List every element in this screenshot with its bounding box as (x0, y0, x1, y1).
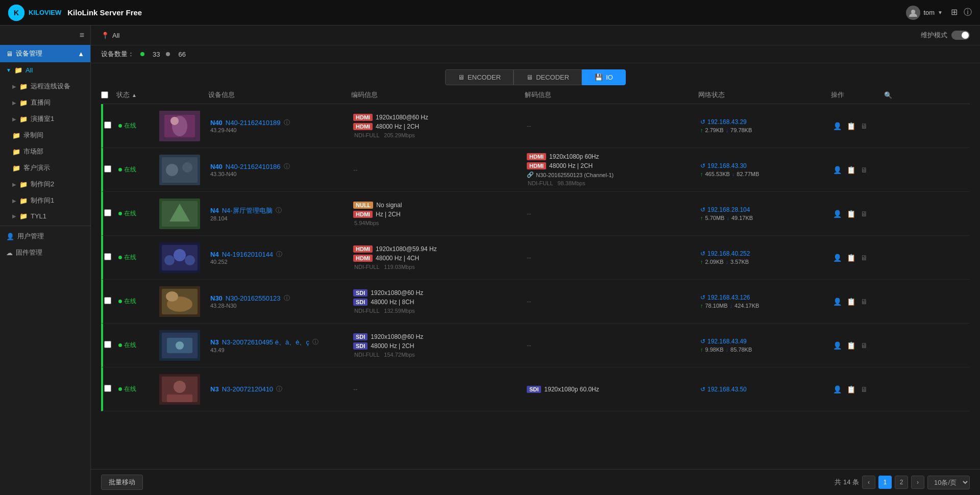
row2-action-user[interactable]: 👤 (833, 166, 842, 174)
user-dropdown-icon[interactable]: ▼ (938, 10, 943, 15)
help-icon[interactable]: ⓘ (964, 7, 972, 18)
row6-info-icon[interactable]: ⓘ (312, 338, 318, 346)
user-area[interactable]: tom ▼ (906, 6, 943, 20)
row5-model[interactable]: N30 (210, 294, 223, 302)
sort-icon[interactable]: ▲ (132, 92, 137, 98)
row4-checkbox[interactable] (104, 253, 111, 260)
row6-device-sub: 43.49 (210, 347, 353, 353)
row6-action-copy[interactable]: 📋 (847, 341, 855, 350)
sidebar-menu-icon[interactable]: ≡ (80, 31, 84, 40)
row6-action-screen[interactable]: 🖥 (861, 341, 868, 350)
sidebar-item-prod1[interactable]: ▶ 📁 制作间1 (6, 192, 90, 209)
row5-device-name[interactable]: N30-20162550123 (226, 294, 281, 302)
action-screen-icon[interactable]: 🖥 (861, 122, 868, 130)
row2-info-icon[interactable]: ⓘ (284, 162, 290, 171)
row1-model[interactable]: N40 (210, 119, 223, 127)
sidebar-item-prod2[interactable]: ▶ 📁 制作间2 (6, 176, 90, 192)
row3-refresh-icon: ↺ (700, 206, 705, 213)
prev-page-button[interactable]: ‹ (862, 476, 875, 489)
tab-encoder[interactable]: 🖥 ENCODER (445, 69, 513, 85)
row2-device-name[interactable]: N40-21162410186 (226, 163, 281, 170)
row5-info-icon[interactable]: ⓘ (284, 294, 290, 303)
row3-checkbox[interactable] (104, 209, 111, 216)
row4-down-arrow: ↓ (726, 259, 729, 265)
row1-checkbox[interactable] (104, 121, 111, 129)
row2-checkbox[interactable] (104, 165, 111, 172)
row7-device-name[interactable]: N3-20072120410 (222, 385, 273, 393)
row6-up-arrow: ↑ (700, 346, 703, 353)
row4-action-screen[interactable]: 🖥 (861, 254, 868, 262)
row5-checkbox[interactable] (104, 297, 111, 304)
sidebar-item-remote[interactable]: ▶ 📁 远程连线设备 (6, 78, 90, 94)
sidebar-item-demo[interactable]: 📁 客户演示 (6, 160, 90, 176)
sidebar-item-studio1[interactable]: ▶ 📁 演播室1 (6, 111, 90, 127)
row6-device-name[interactable]: N3-20072610495 é、à、è、ç (222, 338, 309, 347)
sidebar-item-firmware-mgmt[interactable]: ☁ 固件管理 (0, 244, 90, 261)
fullscreen-icon[interactable]: ⊞ (951, 7, 958, 18)
tab-io[interactable]: 💾 IO (582, 69, 626, 85)
action-copy-icon[interactable]: 📋 (847, 122, 855, 130)
row3-action-screen[interactable]: 🖥 (861, 210, 868, 218)
row3-model[interactable]: N4 (210, 207, 219, 214)
page-size-select[interactable]: 10条/页 20条/页 50条/页 (927, 476, 970, 489)
row7-action-user[interactable]: 👤 (833, 385, 842, 393)
row4-enc-badge1: HDMI (353, 245, 373, 253)
row2-action-screen[interactable]: 🖥 (861, 166, 868, 174)
sidebar-item-market[interactable]: 📁 市场部 (6, 143, 90, 160)
row3-info-icon[interactable]: ⓘ (276, 206, 282, 215)
row2-model[interactable]: N40 (210, 163, 223, 170)
sidebar-item-all[interactable]: ▼ 📁 All (0, 62, 90, 78)
row6-enc-badge1: SDI (353, 333, 368, 340)
page-2-button[interactable]: 2 (895, 476, 908, 489)
row7-model[interactable]: N3 (210, 385, 219, 393)
row3-action-user[interactable]: 👤 (833, 210, 842, 218)
row7-checkbox[interactable] (104, 385, 111, 392)
row4-action-copy[interactable]: 📋 (847, 254, 855, 262)
row4-info-icon[interactable]: ⓘ (276, 250, 282, 259)
row2-checkbox-cell (103, 165, 118, 174)
bottombar: 批量移动 共 14 条 ‹ 1 2 › 10条/页 20条/页 50条/页 (91, 469, 980, 495)
row3-enc2: Hz | 2CH (376, 211, 400, 218)
sidebar-item-record[interactable]: 📁 录制间 (6, 127, 90, 143)
row5-action-user[interactable]: 👤 (833, 298, 842, 306)
action-user-icon[interactable]: 👤 (833, 122, 842, 130)
batch-move-button[interactable]: 批量移动 (101, 475, 143, 490)
row4-action-user[interactable]: 👤 (833, 254, 842, 262)
row3-action-copy[interactable]: 📋 (847, 210, 855, 218)
row6-status-label: 在线 (124, 341, 136, 350)
sidebar-item-user-mgmt[interactable]: 👤 用户管理 (0, 228, 90, 244)
user-mgmt-label: 用户管理 (17, 232, 44, 241)
row1-device-name[interactable]: N40-21162410189 (226, 119, 281, 127)
row1-info-icon[interactable]: ⓘ (284, 118, 290, 127)
row7-info-icon[interactable]: ⓘ (276, 385, 282, 393)
sidebar-item-device-mgmt[interactable]: 🖥 设备管理 ▲ (0, 45, 90, 62)
row7-action-screen[interactable]: 🖥 (861, 385, 868, 393)
row4-model[interactable]: N4 (210, 251, 219, 258)
row2-thumb (159, 155, 200, 185)
row6-enc1: 1920x1080@60 Hz (371, 333, 423, 340)
next-page-button[interactable]: › (911, 476, 924, 489)
studio1-label: 演播室1 (31, 114, 54, 123)
row2-action-copy[interactable]: 📋 (847, 166, 855, 174)
sidebar-item-live[interactable]: ▶ 📁 直播间 (6, 94, 90, 111)
row7-action-copy[interactable]: 📋 (847, 385, 855, 393)
row5-action-screen[interactable]: 🖥 (861, 298, 868, 306)
prod2-folder-icon: 📁 (19, 181, 28, 188)
row3-device-name[interactable]: N4-屏厅管理电脑 (222, 206, 273, 215)
row1-net-ip: 192.168.43.29 (707, 118, 747, 126)
maintenance-toggle[interactable] (951, 31, 970, 40)
row5-action-copy[interactable]: 📋 (847, 298, 855, 306)
table-search-icon[interactable]: 🔍 (884, 91, 892, 99)
page-1-button[interactable]: 1 (878, 476, 892, 489)
studio1-folder-icon: 📁 (19, 115, 28, 123)
row6-checkbox[interactable] (104, 341, 111, 348)
sidebar-item-tyl1[interactable]: ▶ 📁 TYL1 (6, 209, 90, 224)
row4-device-name[interactable]: N4-19162010144 (222, 251, 273, 258)
row6-model[interactable]: N3 (210, 338, 219, 346)
tab-decoder[interactable]: 🖥 DECODER (513, 69, 582, 85)
row6-action-user[interactable]: 👤 (833, 341, 842, 350)
row6-net-up: 9.98KB (705, 346, 724, 353)
row2-link-icon: 🔗 (527, 171, 534, 178)
select-all-checkbox[interactable] (101, 91, 108, 98)
svg-point-17 (185, 255, 195, 265)
